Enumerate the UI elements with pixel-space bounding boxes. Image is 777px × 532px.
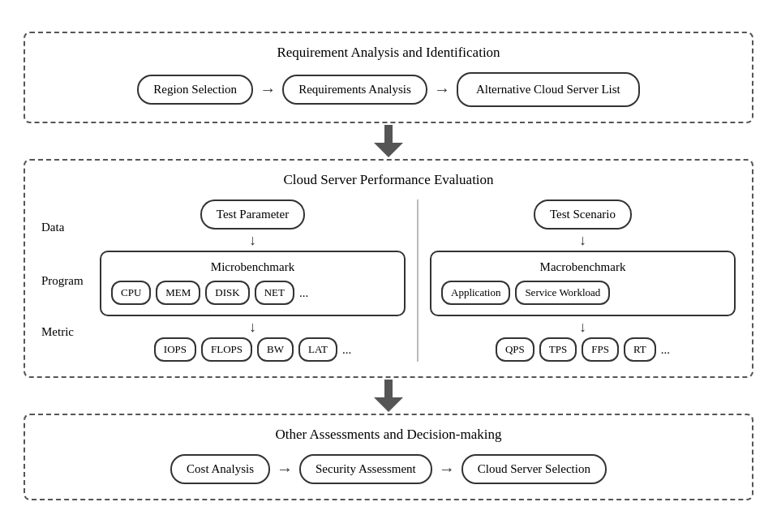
down-arrow-2	[374, 378, 403, 414]
macrobenchmark-box: Macrobenchmark Application Service Workl…	[430, 251, 736, 316]
metric-tps: TPS	[539, 337, 577, 362]
svg-rect-0	[384, 125, 393, 144]
label-program: Program	[41, 248, 97, 313]
small-arrow-right2: ↓	[579, 320, 586, 334]
arrow2: →	[427, 80, 457, 99]
cloud-server-selection-box: Cloud Server Selection	[461, 454, 607, 484]
label-data: Data	[41, 206, 97, 248]
metric-iops: IOPS	[154, 337, 196, 362]
section1-row: Region Selection → Requirements Analysis…	[41, 72, 736, 108]
microbenchmark-box: Microbenchmark CPU MEM DISK NET ...	[100, 251, 406, 316]
microbenchmark-title: Microbenchmark	[111, 260, 394, 274]
down-arrow-1	[374, 123, 403, 159]
section-performance: Cloud Server Performance Evaluation Data…	[24, 159, 753, 378]
small-arrow-left: ↓	[249, 233, 256, 247]
metric-lat: LAT	[298, 337, 337, 362]
vertical-divider	[417, 200, 419, 362]
svg-marker-1	[374, 143, 403, 157]
arrow3: →	[270, 460, 299, 478]
microbenchmark-items: CPU MEM DISK NET ...	[111, 281, 394, 305]
macrobenchmark-title: Macrobenchmark	[441, 260, 724, 274]
metric-left-row: IOPS FLOPS BW LAT ...	[154, 337, 351, 362]
region-selection-box: Region Selection	[137, 75, 253, 105]
metric-qps: QPS	[496, 337, 534, 362]
svg-marker-3	[374, 397, 403, 412]
small-arrow-right: ↓	[579, 233, 586, 247]
section3-row: Cost Analysis → Security Assessment → Cl…	[41, 454, 736, 484]
macrobenchmark-items: Application Service Workload	[441, 281, 724, 305]
section-assessment: Other Assessments and Decision-making Co…	[24, 414, 753, 500]
metric-bw: BW	[257, 337, 294, 362]
section2-title: Cloud Server Performance Evaluation	[41, 172, 736, 188]
section-requirement: Requirement Analysis and Identification …	[24, 32, 753, 124]
item-mem: MEM	[156, 281, 200, 305]
item-more-left: ...	[299, 286, 308, 300]
metric-rt: RT	[624, 337, 656, 362]
item-cpu: CPU	[111, 281, 151, 305]
item-application: Application	[441, 281, 510, 305]
test-parameter-box: Test Parameter	[200, 200, 305, 230]
requirements-analysis-box: Requirements Analysis	[282, 75, 427, 105]
metric-more-right: ...	[661, 343, 670, 357]
arrow1: →	[253, 80, 282, 99]
security-assessment-box: Security Assessment	[299, 454, 432, 484]
test-scenario-box: Test Scenario	[534, 200, 632, 230]
metric-more-left: ...	[342, 343, 351, 357]
item-net: NET	[255, 281, 294, 305]
item-disk: DISK	[205, 281, 249, 305]
svg-rect-2	[384, 380, 393, 399]
small-arrow-left2: ↓	[249, 320, 256, 334]
metric-right-row: QPS TPS FPS RT ...	[496, 337, 670, 362]
arrow4: →	[432, 460, 461, 478]
item-service-workload: Service Workload	[515, 281, 610, 305]
cloud-server-list-box: Alternative Cloud Server List	[457, 72, 640, 108]
diagram: Requirement Analysis and Identification …	[24, 32, 753, 501]
cost-analysis-box: Cost Analysis	[170, 454, 270, 484]
label-metric: Metric	[41, 313, 97, 350]
section3-title: Other Assessments and Decision-making	[41, 427, 736, 443]
metric-fps: FPS	[582, 337, 619, 362]
section1-title: Requirement Analysis and Identification	[41, 45, 736, 61]
metric-flops: FLOPS	[201, 337, 252, 362]
